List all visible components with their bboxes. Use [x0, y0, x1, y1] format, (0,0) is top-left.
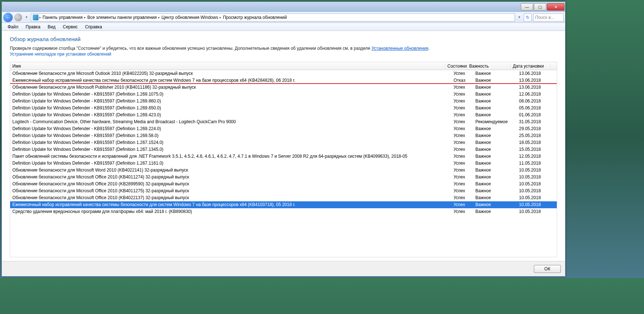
table-row[interactable]: Definition Update for Windows Defender -… — [10, 98, 557, 105]
search-input[interactable]: Поиск в... — [533, 13, 564, 21]
update-history-table: Имя Состояние Важность Дата установки Об… — [10, 62, 557, 257]
table-row[interactable]: Definition Update for Windows Defender -… — [10, 105, 557, 112]
cell-name: Средство удаления вредоносных программ д… — [10, 209, 451, 214]
menu-file[interactable]: Файл — [4, 24, 22, 30]
cell-name: Обновление безопасности для Microsoft Wo… — [10, 168, 451, 173]
table-row[interactable]: Обновление безопасности для Microsoft Of… — [10, 174, 557, 181]
cell-state: Успех — [451, 202, 473, 207]
cell-name: Обновление безопасности для Microsoft Of… — [10, 188, 451, 193]
cell-importance: Важное — [473, 98, 517, 104]
cell-date: 18.05.2018 — [517, 140, 557, 145]
cell-state: Успех — [451, 112, 473, 117]
table-row[interactable]: Definition Update for Windows Defender -… — [10, 125, 557, 132]
table-row[interactable]: Средство удаления вредоносных программ д… — [10, 208, 557, 215]
cell-state: Успех — [451, 119, 473, 124]
cell-date: 05.06.2018 — [517, 105, 557, 110]
column-state[interactable]: Состояние — [445, 64, 467, 69]
cell-name: Definition Update for Windows Defender -… — [10, 112, 451, 117]
arrow-left-icon: ← — [5, 15, 11, 20]
control-panel-icon — [33, 15, 39, 20]
cell-importance: Важное — [473, 140, 517, 145]
cell-date: 10.05.2018 — [517, 181, 557, 186]
cell-state: Успех — [451, 105, 473, 110]
cell-date: 10.05.2018 — [517, 174, 557, 180]
cell-importance: Важное — [473, 105, 517, 110]
cell-importance: Важное — [473, 195, 517, 200]
installed-updates-link[interactable]: Установленные обновления — [371, 46, 428, 51]
cell-name: Обновление безопасности для Microsoft Of… — [10, 181, 451, 186]
history-dropdown[interactable]: ▼ — [24, 16, 29, 19]
breadcrumb[interactable]: Все элементы панели управления — [86, 15, 157, 20]
table-row[interactable]: Обновление безопасности для Microsoft Ou… — [10, 70, 557, 77]
table-row[interactable]: Definition Update for Windows Defender -… — [10, 132, 557, 139]
table-row[interactable]: Ежемесячный набор исправлений качества с… — [10, 77, 557, 84]
cell-importance: Важное — [473, 78, 517, 83]
table-row[interactable]: Ежемесячный набор исправлений качества с… — [10, 201, 557, 208]
menu-tools[interactable]: Сервис — [59, 24, 81, 30]
cell-state: Успех — [451, 133, 473, 138]
cell-state: Успех — [451, 71, 473, 76]
cell-date: 10.05.2018 — [517, 188, 557, 193]
cell-name: Definition Update for Windows Defender -… — [10, 133, 451, 138]
table-row[interactable]: Definition Update for Windows Defender -… — [10, 91, 557, 98]
desc-text: Проверьте содержимое столбца "Состояние"… — [10, 46, 371, 51]
footer: ОК — [2, 261, 565, 276]
table-row[interactable]: Definition Update for Windows Defender -… — [10, 139, 557, 146]
menu-help[interactable]: Справка — [81, 24, 106, 30]
column-importance[interactable]: Важность — [467, 64, 511, 69]
cell-importance: Важное — [473, 154, 517, 159]
column-name[interactable]: Имя — [10, 64, 445, 69]
content-area: Обзор журнала обновлений Проверьте содер… — [2, 31, 565, 261]
cell-importance: Важное — [473, 161, 517, 166]
cell-name: Definition Update for Windows Defender -… — [10, 140, 451, 145]
cell-date: 10.05.2018 — [517, 209, 557, 214]
chevron-right-icon: ▸ — [219, 15, 222, 19]
cell-importance: Важное — [473, 92, 517, 97]
table-row[interactable]: Обновление безопасности для Microsoft Wo… — [10, 167, 557, 174]
cell-state: Успех — [451, 126, 473, 131]
breadcrumb[interactable]: Просмотр журнала обновлений — [222, 15, 287, 20]
minimize-button[interactable]: — — [521, 3, 533, 11]
cell-date: 12.05.2018 — [517, 154, 557, 159]
cell-name: Обновление безопасности для Microsoft Pu… — [10, 85, 451, 90]
table-body[interactable]: Обновление безопасности для Microsoft Ou… — [10, 70, 557, 257]
cell-state: Успех — [451, 188, 473, 193]
cell-importance: Важное — [473, 112, 517, 117]
cell-state: Успех — [451, 168, 473, 173]
close-button[interactable]: ✕ — [547, 3, 564, 11]
table-row[interactable]: Обновление безопасности для Microsoft Of… — [10, 188, 557, 194]
table-row[interactable]: Logitech - Communication Device, Other h… — [10, 118, 557, 125]
cell-state: Успех — [451, 85, 473, 90]
cell-importance: Важное — [473, 202, 517, 207]
cell-date: 12.06.2018 — [517, 92, 557, 97]
refresh-button[interactable]: ↻ — [524, 13, 532, 21]
table-row[interactable]: Definition Update for Windows Defender -… — [10, 160, 557, 167]
table-row[interactable]: Definition Update for Windows Defender -… — [10, 146, 557, 153]
cell-importance: Важное — [473, 209, 517, 214]
cell-date: 01.06.2018 — [517, 112, 557, 117]
back-button[interactable]: ← — [3, 13, 13, 22]
table-row[interactable]: Пакет обновлений системы безопасности и … — [10, 153, 557, 160]
cell-date: 13.06.2018 — [517, 85, 557, 90]
menu-edit[interactable]: Правка — [22, 24, 44, 30]
table-row[interactable]: Обновление безопасности для Microsoft Of… — [10, 194, 557, 201]
breadcrumb[interactable]: Центр обновления Windows — [161, 15, 219, 20]
cell-date: 15.05.2018 — [517, 147, 557, 152]
troubleshoot-link[interactable]: Устранение неполадок при установке обнов… — [10, 52, 111, 57]
column-date[interactable]: Дата установки — [511, 64, 551, 69]
table-row[interactable]: Definition Update for Windows Defender -… — [10, 112, 557, 118]
address-dropdown[interactable]: ▼ — [516, 16, 522, 19]
table-row[interactable]: Обновление безопасности для Microsoft Of… — [10, 181, 557, 188]
cell-importance: Важное — [473, 147, 517, 152]
ok-button[interactable]: ОК — [534, 265, 561, 273]
menu-view[interactable]: Вид — [44, 24, 59, 30]
address-bar[interactable]: ▸ Панель управления ▸ Все элементы панел… — [31, 13, 515, 21]
table-row[interactable]: Обновление безопасности для Microsoft Pu… — [10, 84, 557, 91]
cell-state: Успех — [451, 154, 473, 159]
maximize-button[interactable]: ▢ — [534, 3, 546, 11]
cell-importance: Важное — [473, 85, 517, 90]
cell-importance: Важное — [473, 133, 517, 138]
breadcrumb[interactable]: Панель управления — [42, 15, 83, 20]
forward-button[interactable]: → — [14, 13, 22, 21]
cell-importance: Важное — [473, 188, 517, 193]
